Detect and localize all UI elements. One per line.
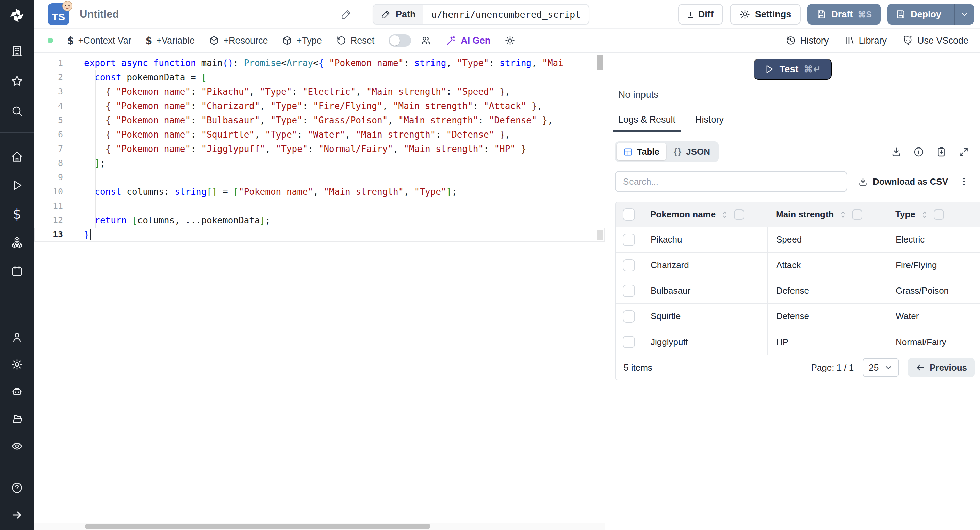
- multiplayer-toggle[interactable]: [388, 34, 411, 47]
- add-variable-button[interactable]: $ +Variable: [146, 35, 195, 46]
- table-cell: Defense: [768, 303, 887, 329]
- editor-vertical-scrollbar-thumb[interactable]: [597, 55, 603, 70]
- editor-horizontal-scrollbar[interactable]: [34, 522, 605, 530]
- draft-button[interactable]: Draft ⌘S: [808, 4, 881, 24]
- column-toggle[interactable]: [734, 209, 744, 220]
- help-icon[interactable]: [11, 482, 23, 494]
- code-line[interactable]: 4 { "Pokemon name": "Charizard", "Type":…: [34, 99, 605, 113]
- previous-page-button[interactable]: Previous: [908, 358, 975, 377]
- reset-button[interactable]: Reset: [336, 35, 375, 46]
- csv-group: Download as CSV: [858, 176, 969, 187]
- code-line[interactable]: 11: [34, 199, 605, 213]
- folders-icon[interactable]: [11, 413, 23, 425]
- test-button[interactable]: Test ⌘↵: [754, 59, 832, 80]
- windmill-logo-icon[interactable]: [8, 7, 25, 24]
- sort-icon[interactable]: [838, 210, 847, 219]
- tab-logs-result[interactable]: Logs & Result: [618, 115, 675, 132]
- tab-history[interactable]: History: [695, 115, 724, 132]
- package-icon: [209, 35, 219, 46]
- table-row[interactable]: JigglypuffHPNormal/Fairy: [616, 329, 980, 354]
- schedules-calendar-icon[interactable]: [11, 265, 23, 277]
- workers-robot-icon[interactable]: [11, 386, 23, 398]
- code-editor[interactable]: 1export async function main(): Promise<A…: [34, 53, 605, 530]
- add-resource-button[interactable]: +Resource: [209, 35, 268, 46]
- runs-play-icon[interactable]: [11, 179, 23, 192]
- line-number: 10: [34, 185, 63, 199]
- table-row[interactable]: PikachuSpeedElectric: [616, 227, 980, 252]
- code-line[interactable]: 8 ];: [34, 156, 605, 170]
- search-input[interactable]: [615, 171, 847, 192]
- code-line[interactable]: 9: [34, 170, 605, 185]
- row-checkbox-cell: [616, 252, 642, 278]
- deploy-dropdown-chevron[interactable]: [954, 4, 974, 24]
- row-checkbox[interactable]: [623, 234, 635, 246]
- favorites-star-icon[interactable]: [11, 75, 23, 87]
- table-row[interactable]: CharizardAttackFire/Flying: [616, 252, 980, 278]
- column-toggle[interactable]: [934, 209, 944, 220]
- audit-eye-icon[interactable]: [11, 440, 23, 452]
- code-line[interactable]: 7 { "Pokemon name": "Jigglypuff", "Type"…: [34, 142, 605, 156]
- code-text: { "Pokemon name": "Pikachu", "Type": "El…: [84, 85, 510, 99]
- multiplayer-toggle-group: [388, 34, 431, 47]
- code-line[interactable]: 3 { "Pokemon name": "Pikachu", "Type": "…: [34, 85, 605, 99]
- download-result-icon[interactable]: [891, 147, 902, 157]
- code-line[interactable]: 12 return [columns, ...pokemonData];: [34, 213, 605, 228]
- table-row[interactable]: BulbasaurDefenseGrass/Poison: [616, 278, 980, 303]
- code-line[interactable]: 10 const columns: string[] = ["Pokemon n…: [34, 185, 605, 199]
- column-header-pokemon-name[interactable]: Pokemon name: [642, 202, 768, 227]
- table-row[interactable]: SquirtleDefenseWater: [616, 303, 980, 329]
- download-csv-button[interactable]: Download as CSV: [858, 176, 948, 187]
- use-vscode-button[interactable]: Use VScode: [902, 35, 969, 46]
- row-checkbox[interactable]: [623, 285, 635, 297]
- column-header-type[interactable]: Type: [887, 202, 980, 227]
- workspace-icon[interactable]: [11, 45, 23, 57]
- deploy-button[interactable]: Deploy: [888, 4, 974, 24]
- info-icon[interactable]: [913, 147, 924, 157]
- settings-gear-icon[interactable]: [11, 358, 23, 370]
- expand-fullscreen-icon[interactable]: [958, 147, 969, 157]
- view-table-button[interactable]: Table: [617, 143, 666, 160]
- row-checkbox[interactable]: [623, 259, 635, 271]
- column-toggle[interactable]: [852, 209, 862, 220]
- code-line[interactable]: 13}: [34, 228, 605, 242]
- library-button[interactable]: Library: [844, 35, 887, 46]
- copy-clipboard-icon[interactable]: [936, 147, 947, 157]
- view-json-button[interactable]: {} JSON: [667, 143, 717, 160]
- resources-cubes-icon[interactable]: [11, 236, 23, 249]
- line-number: 11: [34, 199, 63, 213]
- add-context-var-button[interactable]: $ +Context Var: [67, 35, 131, 46]
- users-icon[interactable]: [11, 331, 23, 343]
- use-vscode-label: Use VScode: [917, 35, 969, 46]
- select-all-checkbox[interactable]: [623, 208, 635, 221]
- diff-button[interactable]: ± Diff: [678, 4, 723, 24]
- kebab-menu-icon[interactable]: [959, 176, 969, 187]
- expand-sidebar-arrow-icon[interactable]: [11, 509, 23, 521]
- path-value[interactable]: u/henri/unencumbered_script: [423, 5, 589, 24]
- code-text: return [columns, ...pokemonData];: [84, 213, 270, 228]
- code-line[interactable]: 2 const pokemonData = [: [34, 70, 605, 85]
- editor-horizontal-scrollbar-thumb[interactable]: [85, 524, 430, 529]
- ai-gen-button[interactable]: AI Gen: [446, 35, 490, 46]
- path-field[interactable]: Path u/henri/unencumbered_script: [372, 4, 589, 24]
- sort-icon[interactable]: [721, 210, 729, 219]
- editor-scrollbar-cursor-marker: [597, 230, 603, 240]
- sort-icon[interactable]: [920, 210, 929, 219]
- code-line[interactable]: 1export async function main(): Promise<A…: [34, 56, 605, 70]
- home-icon[interactable]: [11, 150, 23, 163]
- search-icon[interactable]: [11, 105, 23, 117]
- row-checkbox[interactable]: [623, 336, 635, 348]
- result-tabs: Logs & Result History: [605, 115, 980, 132]
- toolbar-right-group: History Library Use VScode: [786, 35, 969, 46]
- code-line[interactable]: 5 { "Pokemon name": "Bulbasaur", "Type":…: [34, 113, 605, 128]
- settings-button[interactable]: Settings: [730, 4, 801, 24]
- history-button[interactable]: History: [786, 35, 829, 46]
- row-checkbox[interactable]: [623, 310, 635, 322]
- variables-dollar-icon[interactable]: $: [13, 208, 21, 220]
- test-shortcut: ⌘↵: [804, 64, 821, 75]
- page-size-select[interactable]: 25: [862, 358, 899, 377]
- code-line[interactable]: 6 { "Pokemon name": "Squirtle", "Type": …: [34, 128, 605, 142]
- column-header-main-strength[interactable]: Main strength: [768, 202, 887, 227]
- edit-summary-pencil-icon[interactable]: [340, 8, 353, 21]
- add-type-button[interactable]: +Type: [282, 35, 321, 46]
- editor-settings-gear-icon[interactable]: [504, 35, 515, 46]
